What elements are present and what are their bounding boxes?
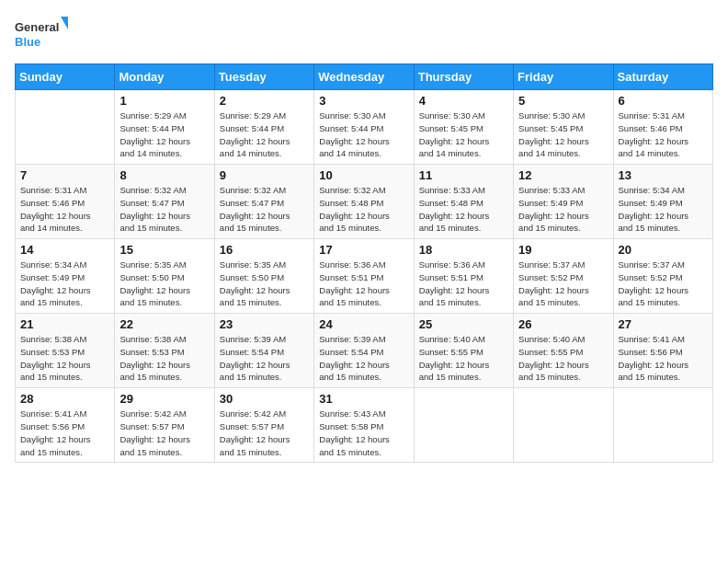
day-info: Sunrise: 5:31 AM Sunset: 5:46 PM Dayligh… — [619, 109, 708, 160]
calendar-cell: 26Sunrise: 5:40 AM Sunset: 5:55 PM Dayli… — [514, 314, 613, 388]
day-number: 16 — [220, 243, 309, 257]
column-header-sunday: Sunday — [16, 64, 115, 90]
day-number: 18 — [419, 243, 508, 257]
calendar-cell: 21Sunrise: 5:38 AM Sunset: 5:53 PM Dayli… — [16, 314, 115, 388]
day-info: Sunrise: 5:37 AM Sunset: 5:52 PM Dayligh… — [518, 259, 608, 309]
calendar-cell: 2Sunrise: 5:29 AM Sunset: 5:44 PM Daylig… — [214, 90, 313, 165]
day-number: 20 — [619, 243, 708, 257]
calendar-cell — [16, 90, 115, 165]
calendar-table: SundayMondayTuesdayWednesdayThursdayFrid… — [15, 63, 713, 463]
day-info: Sunrise: 5:33 AM Sunset: 5:48 PM Dayligh… — [419, 184, 508, 235]
day-number: 13 — [619, 168, 708, 182]
day-info: Sunrise: 5:35 AM Sunset: 5:50 PM Dayligh… — [119, 259, 209, 309]
svg-marker-2 — [61, 17, 68, 29]
calendar-cell: 28Sunrise: 5:41 AM Sunset: 5:56 PM Dayli… — [16, 388, 115, 463]
day-number: 25 — [419, 317, 508, 331]
calendar-cell: 3Sunrise: 5:30 AM Sunset: 5:44 PM Daylig… — [314, 90, 414, 165]
column-header-monday: Monday — [115, 64, 214, 90]
calendar-cell: 13Sunrise: 5:34 AM Sunset: 5:49 PM Dayli… — [613, 165, 712, 239]
day-info: Sunrise: 5:41 AM Sunset: 5:56 PM Dayligh… — [619, 333, 708, 384]
calendar-cell: 25Sunrise: 5:40 AM Sunset: 5:55 PM Dayli… — [414, 314, 513, 388]
day-number: 6 — [619, 94, 708, 108]
column-header-tuesday: Tuesday — [214, 64, 313, 90]
calendar-cell: 14Sunrise: 5:34 AM Sunset: 5:49 PM Dayli… — [16, 239, 115, 314]
calendar-cell: 6Sunrise: 5:31 AM Sunset: 5:46 PM Daylig… — [613, 90, 712, 165]
calendar-cell: 15Sunrise: 5:35 AM Sunset: 5:50 PM Dayli… — [115, 239, 214, 314]
calendar-cell: 11Sunrise: 5:33 AM Sunset: 5:48 PM Dayli… — [414, 165, 513, 239]
calendar-cell: 16Sunrise: 5:35 AM Sunset: 5:50 PM Dayli… — [214, 239, 313, 314]
week-row: 1Sunrise: 5:29 AM Sunset: 5:44 PM Daylig… — [16, 90, 713, 165]
calendar-cell: 7Sunrise: 5:31 AM Sunset: 5:46 PM Daylig… — [16, 165, 115, 239]
day-info: Sunrise: 5:29 AM Sunset: 5:44 PM Dayligh… — [220, 109, 309, 160]
day-info: Sunrise: 5:42 AM Sunset: 5:57 PM Dayligh… — [119, 408, 209, 458]
svg-text:Blue: Blue — [15, 35, 40, 49]
day-number: 1 — [119, 94, 209, 108]
calendar-cell: 24Sunrise: 5:39 AM Sunset: 5:54 PM Dayli… — [314, 314, 414, 388]
day-number: 19 — [518, 243, 608, 257]
day-number: 24 — [319, 317, 408, 331]
day-info: Sunrise: 5:30 AM Sunset: 5:45 PM Dayligh… — [518, 109, 608, 160]
day-info: Sunrise: 5:30 AM Sunset: 5:44 PM Dayligh… — [319, 109, 408, 160]
day-number: 27 — [619, 317, 708, 331]
day-number: 5 — [518, 94, 608, 108]
day-number: 29 — [119, 392, 209, 406]
page-header: General Blue — [15, 15, 713, 56]
day-number: 30 — [220, 392, 309, 406]
calendar-cell: 19Sunrise: 5:37 AM Sunset: 5:52 PM Dayli… — [514, 239, 613, 314]
day-number: 10 — [319, 168, 408, 182]
day-number: 8 — [119, 168, 209, 182]
logo-svg: General Blue — [15, 15, 70, 56]
calendar-cell: 17Sunrise: 5:36 AM Sunset: 5:51 PM Dayli… — [314, 239, 414, 314]
day-info: Sunrise: 5:43 AM Sunset: 5:58 PM Dayligh… — [319, 408, 408, 458]
day-number: 17 — [319, 243, 408, 257]
day-info: Sunrise: 5:38 AM Sunset: 5:53 PM Dayligh… — [20, 333, 109, 384]
day-number: 15 — [119, 243, 209, 257]
calendar-cell: 9Sunrise: 5:32 AM Sunset: 5:47 PM Daylig… — [214, 165, 313, 239]
calendar-cell — [613, 388, 712, 463]
day-number: 31 — [319, 392, 408, 406]
calendar-cell: 18Sunrise: 5:36 AM Sunset: 5:51 PM Dayli… — [414, 239, 513, 314]
day-info: Sunrise: 5:36 AM Sunset: 5:51 PM Dayligh… — [319, 259, 408, 309]
day-number: 9 — [220, 168, 309, 182]
day-number: 12 — [518, 168, 608, 182]
calendar-cell: 10Sunrise: 5:32 AM Sunset: 5:48 PM Dayli… — [314, 165, 414, 239]
day-info: Sunrise: 5:31 AM Sunset: 5:46 PM Dayligh… — [20, 184, 109, 235]
day-info: Sunrise: 5:29 AM Sunset: 5:44 PM Dayligh… — [119, 109, 209, 160]
day-number: 7 — [20, 168, 109, 182]
day-number: 4 — [419, 94, 508, 108]
day-info: Sunrise: 5:41 AM Sunset: 5:56 PM Dayligh… — [20, 408, 109, 458]
day-number: 23 — [220, 317, 309, 331]
column-header-friday: Friday — [514, 64, 613, 90]
calendar-cell: 23Sunrise: 5:39 AM Sunset: 5:54 PM Dayli… — [214, 314, 313, 388]
day-number: 11 — [419, 168, 508, 182]
calendar-cell: 22Sunrise: 5:38 AM Sunset: 5:53 PM Dayli… — [115, 314, 214, 388]
day-number: 21 — [20, 317, 109, 331]
day-number: 2 — [220, 94, 309, 108]
day-info: Sunrise: 5:36 AM Sunset: 5:51 PM Dayligh… — [419, 259, 508, 309]
column-header-thursday: Thursday — [414, 64, 513, 90]
svg-text:General: General — [15, 20, 59, 34]
calendar-cell — [514, 388, 613, 463]
calendar-cell: 5Sunrise: 5:30 AM Sunset: 5:45 PM Daylig… — [514, 90, 613, 165]
week-row: 14Sunrise: 5:34 AM Sunset: 5:49 PM Dayli… — [16, 239, 713, 314]
calendar-cell: 30Sunrise: 5:42 AM Sunset: 5:57 PM Dayli… — [214, 388, 313, 463]
day-info: Sunrise: 5:40 AM Sunset: 5:55 PM Dayligh… — [419, 333, 508, 384]
logo: General Blue — [15, 15, 70, 56]
day-number: 14 — [20, 243, 109, 257]
day-number: 28 — [20, 392, 109, 406]
day-number: 22 — [119, 317, 209, 331]
day-info: Sunrise: 5:32 AM Sunset: 5:47 PM Dayligh… — [220, 184, 309, 235]
day-info: Sunrise: 5:38 AM Sunset: 5:53 PM Dayligh… — [119, 333, 209, 384]
calendar-cell: 12Sunrise: 5:33 AM Sunset: 5:49 PM Dayli… — [514, 165, 613, 239]
day-number: 26 — [518, 317, 608, 331]
calendar-cell — [414, 388, 513, 463]
day-info: Sunrise: 5:32 AM Sunset: 5:47 PM Dayligh… — [119, 184, 209, 235]
calendar-cell: 29Sunrise: 5:42 AM Sunset: 5:57 PM Dayli… — [115, 388, 214, 463]
column-header-saturday: Saturday — [613, 64, 712, 90]
calendar-cell: 27Sunrise: 5:41 AM Sunset: 5:56 PM Dayli… — [613, 314, 712, 388]
day-info: Sunrise: 5:37 AM Sunset: 5:52 PM Dayligh… — [619, 259, 708, 309]
header-row: SundayMondayTuesdayWednesdayThursdayFrid… — [16, 64, 713, 90]
day-info: Sunrise: 5:34 AM Sunset: 5:49 PM Dayligh… — [619, 184, 708, 235]
day-info: Sunrise: 5:40 AM Sunset: 5:55 PM Dayligh… — [518, 333, 608, 384]
calendar-cell: 20Sunrise: 5:37 AM Sunset: 5:52 PM Dayli… — [613, 239, 712, 314]
